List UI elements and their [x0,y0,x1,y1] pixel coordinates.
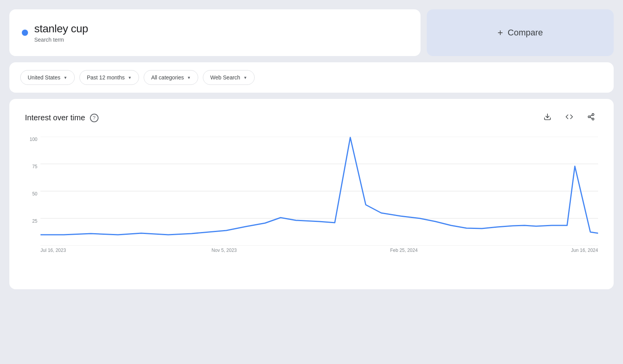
filter-time[interactable]: Past 12 months ▼ [79,70,139,85]
x-label-feb: Feb 25, 2024 [390,248,418,253]
x-label-jul: Jul 16, 2023 [40,248,66,253]
filter-category-label: All categories [151,74,184,81]
search-text-block: stanley cup Search term [34,23,88,43]
y-label-75: 75 [25,164,40,169]
interest-over-time-card: Interest over time ? [9,99,614,289]
filter-type-label: Web Search [210,74,240,81]
filter-category[interactable]: All categories ▼ [144,70,198,85]
filter-type[interactable]: Web Search ▼ [203,70,255,85]
y-label-25: 25 [25,218,40,224]
y-label-100: 100 [25,137,40,142]
filter-location[interactable]: United States ▼ [20,70,75,85]
chevron-down-icon: ▼ [63,76,67,80]
line-chart-svg [40,137,598,246]
chevron-down-icon: ▼ [128,76,132,80]
compare-plus-icon: + [498,27,503,38]
filter-location-label: United States [28,74,60,81]
x-label-jun: Jun 16, 2024 [571,248,598,253]
chart-title: Interest over time [25,113,85,122]
svg-line-4 [590,117,592,118]
download-button[interactable] [540,111,554,124]
filters-bar: United States ▼ Past 12 months ▼ All cat… [9,62,614,93]
search-term-text: stanley cup [34,23,88,35]
search-term-label: Search term [34,37,88,43]
trend-line [40,137,598,235]
y-label-50: 50 [25,191,40,197]
help-icon[interactable]: ? [90,114,99,122]
svg-line-5 [590,115,592,116]
filter-time-label: Past 12 months [87,74,125,81]
search-card: stanley cup Search term [9,9,421,56]
search-dot-indicator [22,30,28,36]
embed-button[interactable] [562,111,576,124]
x-label-nov: Nov 5, 2023 [211,248,237,253]
chart-actions [540,111,598,124]
compare-card[interactable]: + Compare [427,9,614,56]
chart-title-group: Interest over time ? [25,113,99,122]
compare-label: Compare [508,28,543,38]
chevron-down-icon: ▼ [243,76,247,80]
share-button[interactable] [584,111,598,124]
chart-container: 100 75 50 25 Jul 16, 2023 Nov 5, 2023 Fe… [25,137,598,277]
chart-header: Interest over time ? [25,111,598,124]
chevron-down-icon: ▼ [187,76,191,80]
